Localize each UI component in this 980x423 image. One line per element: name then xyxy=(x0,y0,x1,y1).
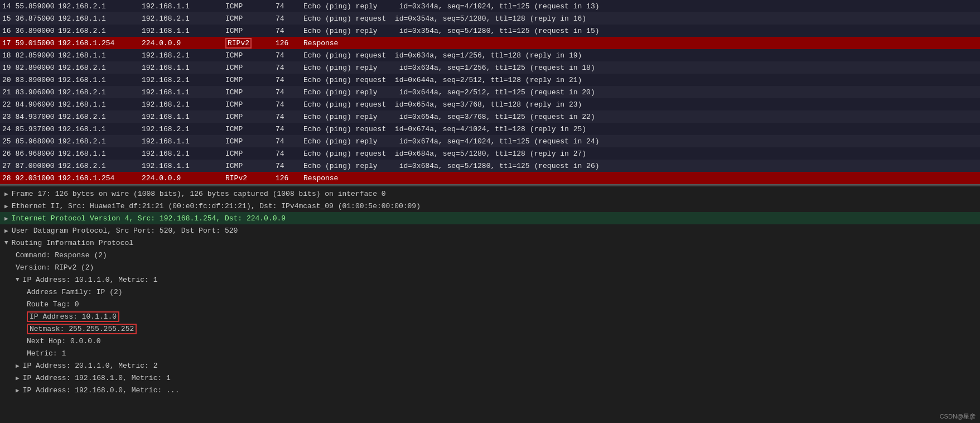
packet-len: 74 xyxy=(276,2,303,11)
table-row[interactable]: 22 84.906000 192.168.1.1 192.168.2.1 ICM… xyxy=(0,98,980,110)
packet-dst: 192.168.1.1 xyxy=(142,137,225,146)
packet-proto: ICMP xyxy=(225,2,276,11)
detail-nexthop[interactable]: Next Hop: 0.0.0.0 xyxy=(0,335,980,347)
table-row[interactable]: 23 84.937000 192.168.2.1 192.168.1.1 ICM… xyxy=(0,110,980,123)
detail-ipaddr-2-text: IP Address: 20.1.1.0, Metric: 2 xyxy=(23,362,158,370)
detail-ipaddr-3-text: IP Address: 192.168.1.0, Metric: 1 xyxy=(23,374,171,382)
expand-arrow-icon: ▶ xyxy=(16,362,20,369)
table-row[interactable]: 16 36.890000 192.168.2.1 192.168.1.1 ICM… xyxy=(0,25,980,37)
detail-addr-family-text: Address Family: IP (2) xyxy=(27,288,123,296)
packet-src: 192.168.2.1 xyxy=(58,27,142,35)
packet-src: 192.168.1.254 xyxy=(58,174,142,182)
detail-ipaddr-1-text: IP Address: 10.1.1.0, Metric: 1 xyxy=(23,276,158,284)
expand-arrow-icon: ▼ xyxy=(4,239,8,246)
packet-proto: ICMP xyxy=(225,51,276,60)
detail-ipaddr-4-text: IP Address: 192.168.0.0, Metric: ... xyxy=(23,386,180,395)
expand-arrow-icon: ▶ xyxy=(16,387,20,394)
packet-dst: 192.168.1.1 xyxy=(142,162,225,170)
detail-ethernet-text: Ethernet II, Src: HuaweiTe_df:21:21 (00:… xyxy=(12,202,421,210)
expand-arrow-icon: ▶ xyxy=(4,190,8,198)
expand-arrow-icon: ▶ xyxy=(4,203,8,210)
packet-no: 23 84.937000 xyxy=(2,113,58,121)
detail-rip-text: Routing Information Protocol xyxy=(12,239,133,247)
packet-proto: ICMP xyxy=(225,64,276,72)
packet-proto: ICMP xyxy=(225,162,276,170)
detail-addr-family[interactable]: Address Family: IP (2) xyxy=(0,286,980,298)
detail-udp-row[interactable]: ▶ User Datagram Protocol, Src Port: 520,… xyxy=(0,224,980,237)
packet-src: 192.168.2.1 xyxy=(58,88,142,97)
table-row[interactable]: 19 82.890000 192.168.2.1 192.168.1.1 ICM… xyxy=(0,61,980,74)
packet-info: Echo (ping) reply id=0x674a, seq=4/1024,… xyxy=(303,137,978,146)
table-row[interactable]: 14 55.859000 192.168.2.1 192.168.1.1 ICM… xyxy=(0,0,980,12)
detail-rip-command-text: Command: Response (2) xyxy=(16,251,107,259)
packet-dst: 192.168.2.1 xyxy=(142,76,225,84)
packet-src: 192.168.1.254 xyxy=(58,39,142,47)
packet-proto: ICMP xyxy=(225,137,276,146)
detail-ip-address-row[interactable]: IP Address: 10.1.1.0 xyxy=(0,310,980,323)
table-row[interactable]: 27 87.000000 192.168.2.1 192.168.1.1 ICM… xyxy=(0,160,980,172)
detail-metric[interactable]: Metric: 1 xyxy=(0,347,980,359)
wireshark-window: 14 55.859000 192.168.2.1 192.168.1.1 ICM… xyxy=(0,0,980,423)
table-row[interactable]: 20 83.890000 192.168.1.1 192.168.2.1 ICM… xyxy=(0,74,980,86)
table-row[interactable]: 25 85.968000 192.168.2.1 192.168.1.1 ICM… xyxy=(0,135,980,147)
packet-proto: ICMP xyxy=(225,113,276,121)
packet-len: 74 xyxy=(276,88,303,97)
detail-ipaddr-1-row[interactable]: ▼ IP Address: 10.1.1.0, Metric: 1 xyxy=(0,273,980,286)
packet-proto: RIPv2 xyxy=(225,174,276,182)
packet-src: 192.168.2.1 xyxy=(58,113,142,121)
table-row[interactable]: 24 85.937000 192.168.1.1 192.168.2.1 ICM… xyxy=(0,123,980,135)
packet-len: 126 xyxy=(276,174,303,182)
packet-len: 126 xyxy=(276,39,303,47)
packet-no: 20 83.890000 xyxy=(2,76,58,84)
expand-arrow-icon: ▶ xyxy=(16,374,20,382)
packet-no: 18 82.859000 xyxy=(2,51,58,60)
watermark-label: CSDN@星彦 xyxy=(940,412,976,421)
detail-ethernet-row[interactable]: ▶ Ethernet II, Src: HuaweiTe_df:21:21 (0… xyxy=(0,200,980,212)
detail-rip-row[interactable]: ▼ Routing Information Protocol xyxy=(0,237,980,249)
table-row[interactable]: 15 36.875000 192.168.1.1 192.168.2.1 ICM… xyxy=(0,12,980,25)
detail-frame-row[interactable]: ▶ Frame 17: 126 bytes on wire (1008 bits… xyxy=(0,188,980,200)
packet-proto: ICMP xyxy=(225,76,276,84)
detail-ipaddr-3-row[interactable]: ▶ IP Address: 192.168.1.0, Metric: 1 xyxy=(0,372,980,384)
detail-rip-version[interactable]: Version: RIPv2 (2) xyxy=(0,261,980,273)
packet-src: 192.168.1.1 xyxy=(58,125,142,133)
packet-info: Echo (ping) request id=0x684a, seq=5/128… xyxy=(303,150,978,158)
table-row-ripv2[interactable]: 28 92.031000 192.168.1.254 224.0.0.9 RIP… xyxy=(0,172,980,184)
table-row[interactable]: 26 86.968000 192.168.1.1 192.168.2.1 ICM… xyxy=(0,147,980,160)
packet-no: 26 86.968000 xyxy=(2,150,58,158)
detail-ipaddr-2-row[interactable]: ▶ IP Address: 20.1.1.0, Metric: 2 xyxy=(0,359,980,372)
packet-len: 74 xyxy=(276,27,303,35)
packet-src: 192.168.1.1 xyxy=(58,100,142,109)
packet-no: 17 59.015000 xyxy=(2,39,58,47)
packet-src: 192.168.1.1 xyxy=(58,15,142,23)
expand-arrow-icon: ▼ xyxy=(16,276,20,283)
table-row[interactable]: 21 83.906000 192.168.2.1 192.168.1.1 ICM… xyxy=(0,86,980,98)
packet-src: 192.168.2.1 xyxy=(58,137,142,146)
expand-arrow-icon: ▶ xyxy=(4,215,8,222)
packet-proto: ICMP xyxy=(225,27,276,35)
table-row-selected[interactable]: 17 59.015000 192.168.1.254 224.0.0.9 RIP… xyxy=(0,37,980,49)
packet-info: Echo (ping) request id=0x634a, seq=1/256… xyxy=(303,51,978,60)
detail-ip-row[interactable]: ▶ Internet Protocol Version 4, Src: 192.… xyxy=(0,212,980,224)
detail-route-tag-text: Route Tag: 0 xyxy=(27,300,79,309)
packet-dst: 192.168.2.1 xyxy=(142,15,225,23)
detail-udp-text: User Datagram Protocol, Src Port: 520, D… xyxy=(12,227,238,235)
detail-route-tag[interactable]: Route Tag: 0 xyxy=(0,298,980,310)
table-row[interactable]: 18 82.859000 192.168.1.1 192.168.2.1 ICM… xyxy=(0,49,980,61)
detail-metric-text: Metric: 1 xyxy=(27,349,66,358)
packet-len: 74 xyxy=(276,113,303,121)
expand-arrow-icon: ▶ xyxy=(4,227,8,234)
packet-no: 14 55.859000 xyxy=(2,2,58,11)
netmask-box: Netmask: 255.255.255.252 xyxy=(27,324,137,334)
packet-dst: 224.0.0.9 xyxy=(142,39,225,47)
packet-info: Echo (ping) request id=0x674a, seq=4/102… xyxy=(303,125,978,133)
packet-len: 74 xyxy=(276,150,303,158)
packet-dst: 192.168.1.1 xyxy=(142,88,225,97)
packet-no: 25 85.968000 xyxy=(2,137,58,146)
detail-netmask-row[interactable]: Netmask: 255.255.255.252 xyxy=(0,323,980,335)
packet-info: Echo (ping) request id=0x654a, seq=3/768… xyxy=(303,100,978,109)
detail-ipaddr-4-row[interactable]: ▶ IP Address: 192.168.0.0, Metric: ... xyxy=(0,384,980,396)
detail-ip-text: Internet Protocol Version 4, Src: 192.16… xyxy=(12,214,286,223)
packet-src: 192.168.1.1 xyxy=(58,76,142,84)
detail-rip-command[interactable]: Command: Response (2) xyxy=(0,249,980,261)
